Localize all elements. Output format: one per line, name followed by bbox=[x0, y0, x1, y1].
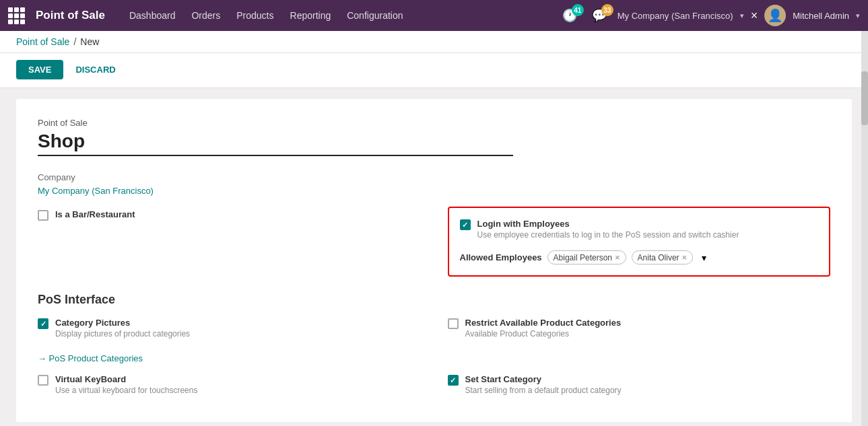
pos-product-categories-link[interactable]: → PoS Product Categories bbox=[38, 353, 143, 363]
messages-badge: 33 bbox=[601, 4, 613, 16]
set-start-category-text: Set Start Category Start selling from a … bbox=[465, 374, 622, 395]
login-employees-box: Login with Employees Use employee creden… bbox=[448, 207, 831, 277]
breadcrumb-current: New bbox=[80, 36, 99, 47]
messages-button[interactable]: 💬 33 bbox=[588, 5, 611, 26]
pos-label: Point of Sale bbox=[38, 118, 830, 128]
is-bar-text: Is a Bar/Restaurant bbox=[55, 209, 135, 219]
login-employees-row: Login with Employees Use employee creden… bbox=[460, 219, 819, 240]
left-col: Is a Bar/Restaurant bbox=[38, 209, 421, 232]
pos-interface-heading: PoS Interface bbox=[38, 293, 830, 307]
restrict-product-col: Restrict Available Product Categories Av… bbox=[448, 318, 831, 363]
notifications-badge: 41 bbox=[572, 4, 584, 16]
category-pictures-row: Category Pictures Display pictures of pr… bbox=[38, 318, 421, 339]
company-selector[interactable]: My Company (San Francisco) bbox=[617, 11, 733, 21]
save-button[interactable]: SAVE bbox=[16, 60, 63, 79]
is-bar-row: Is a Bar/Restaurant bbox=[38, 209, 421, 221]
set-start-category-checkbox[interactable] bbox=[448, 375, 459, 386]
category-pictures-col: Category Pictures Display pictures of pr… bbox=[38, 318, 421, 363]
login-employees-text: Login with Employees Use employee creden… bbox=[477, 219, 739, 240]
pos-interface-grid: Category Pictures Display pictures of pr… bbox=[38, 318, 830, 406]
employee-1-name: Abigail Peterson bbox=[554, 253, 612, 262]
restrict-product-text: Restrict Available Product Categories Av… bbox=[465, 318, 622, 339]
notifications-button[interactable]: 🕐 41 bbox=[558, 5, 581, 26]
shop-name-input[interactable] bbox=[38, 131, 513, 156]
app-brand: Point of Sale bbox=[36, 9, 105, 22]
top-menu: Dashboard Orders Products Reporting Conf… bbox=[123, 6, 553, 25]
virtual-keyboard-checkbox[interactable] bbox=[38, 375, 48, 386]
scrollbar-track[interactable] bbox=[861, 31, 868, 426]
set-start-category-row: Set Start Category Start selling from a … bbox=[448, 374, 831, 395]
close-button[interactable]: × bbox=[751, 9, 758, 23]
menu-reporting[interactable]: Reporting bbox=[283, 6, 338, 25]
virtual-keyboard-row: Virtual KeyBoard Use a virtual keyboard … bbox=[38, 374, 421, 395]
category-pictures-checkbox[interactable] bbox=[38, 318, 48, 329]
scrollbar-thumb[interactable] bbox=[861, 71, 868, 125]
company-value[interactable]: My Company (San Francisco) bbox=[38, 186, 154, 196]
employee-2-name: Anita Oliver bbox=[638, 253, 679, 262]
employee-tag-1[interactable]: Abigail Peterson × bbox=[547, 250, 626, 264]
top-navigation: Point of Sale Dashboard Orders Products … bbox=[0, 0, 868, 31]
virtual-keyboard-col: Virtual KeyBoard Use a virtual keyboard … bbox=[38, 374, 421, 406]
discard-button[interactable]: DISCARD bbox=[69, 60, 122, 79]
breadcrumb: Point of Sale / New bbox=[0, 31, 868, 53]
employee-tag-2[interactable]: Anita Oliver × bbox=[632, 250, 694, 264]
action-bar: SAVE DISCARD bbox=[0, 53, 868, 88]
company-label: Company bbox=[38, 172, 830, 182]
remove-employee-1-icon[interactable]: × bbox=[615, 252, 620, 262]
avatar: 👤 bbox=[764, 5, 786, 26]
category-pictures-text: Category Pictures Display pictures of pr… bbox=[55, 318, 190, 339]
virtual-keyboard-text: Virtual KeyBoard Use a virtual keyboard … bbox=[55, 374, 197, 395]
company-dropdown-icon: ▾ bbox=[740, 11, 744, 20]
page-wrapper: Point of Sale Dashboard Orders Products … bbox=[0, 0, 868, 426]
right-col: Login with Employees Use employee creden… bbox=[448, 209, 831, 277]
main-content: Point of Sale Company My Company (San Fr… bbox=[0, 88, 868, 422]
user-dropdown-icon: ▾ bbox=[856, 11, 860, 20]
menu-products[interactable]: Products bbox=[230, 6, 280, 25]
set-start-category-col: Set Start Category Start selling from a … bbox=[448, 374, 831, 406]
remove-employee-2-icon[interactable]: × bbox=[682, 252, 688, 262]
apps-icon[interactable] bbox=[8, 7, 25, 24]
menu-dashboard[interactable]: Dashboard bbox=[123, 6, 182, 25]
breadcrumb-parent[interactable]: Point of Sale bbox=[16, 36, 69, 47]
login-employees-checkbox[interactable] bbox=[460, 219, 471, 230]
restrict-product-checkbox[interactable] bbox=[448, 318, 459, 329]
menu-configuration[interactable]: Configuration bbox=[340, 6, 409, 25]
menu-orders[interactable]: Orders bbox=[185, 6, 227, 25]
allowed-employees-row: Allowed Employees Abigail Peterson × Ani… bbox=[460, 250, 819, 264]
employees-dropdown-icon[interactable]: ▾ bbox=[698, 252, 709, 263]
topnav-right: 🕐 41 💬 33 My Company (San Francisco) ▾ ×… bbox=[558, 5, 860, 26]
form-card: Point of Sale Company My Company (San Fr… bbox=[16, 99, 852, 422]
company-field: Company My Company (San Francisco) bbox=[38, 172, 830, 196]
username[interactable]: Mitchell Admin bbox=[793, 11, 849, 21]
breadcrumb-separator: / bbox=[73, 36, 76, 47]
allowed-employees-label: Allowed Employees bbox=[460, 252, 542, 262]
restrict-product-row: Restrict Available Product Categories Av… bbox=[448, 318, 831, 339]
is-bar-checkbox[interactable] bbox=[38, 210, 48, 221]
